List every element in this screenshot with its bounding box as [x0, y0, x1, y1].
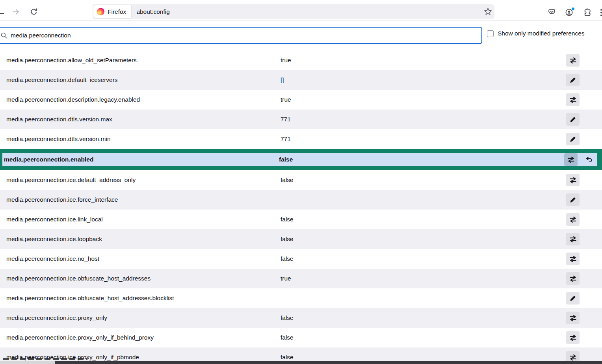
pref-value: false	[279, 156, 564, 163]
pref-value: []	[281, 76, 566, 84]
pref-row[interactable]: media.peerconnection.ice.obfuscate_host_…	[0, 288, 602, 308]
edit-button[interactable]	[566, 133, 580, 145]
pref-row[interactable]: media.peerconnection.ice.default_address…	[0, 170, 602, 190]
tab-strip	[0, 0, 602, 3]
pref-name: media.peerconnection.dtls.version.min	[0, 136, 281, 143]
menu-icon[interactable]	[600, 9, 602, 16]
pref-actions	[564, 153, 597, 166]
identity-chip[interactable]: Firefox	[93, 5, 131, 18]
browser-toolbar: Firefox about:config	[0, 3, 602, 20]
toggle-button[interactable]	[566, 331, 580, 344]
pref-row[interactable]: media.peerconnection.ice.loopback false	[0, 229, 602, 249]
pocket-icon[interactable]	[548, 8, 556, 17]
toggle-button[interactable]	[566, 54, 580, 67]
firefox-logo-icon	[97, 8, 104, 15]
notification-dot	[571, 7, 575, 11]
pref-actions	[566, 54, 602, 67]
pref-row[interactable]: media.peerconnection.dtls.version.max 77…	[0, 110, 602, 129]
pref-name: media.peerconnection.default_iceservers	[0, 76, 281, 84]
pref-value: false	[281, 334, 566, 341]
pref-value: false	[281, 236, 566, 243]
toggle-button[interactable]	[564, 153, 578, 166]
pref-actions	[566, 272, 602, 285]
pref-row[interactable]: media.peerconnection.dtls.version.min 77…	[0, 129, 602, 149]
pref-value: 771	[281, 136, 566, 143]
edit-button[interactable]	[566, 292, 580, 305]
pref-actions	[566, 193, 602, 206]
pref-actions	[566, 233, 602, 245]
clipped-text-fragment	[3, 358, 87, 360]
toggle-button[interactable]	[566, 213, 580, 226]
edit-button[interactable]	[566, 74, 580, 86]
pref-name: media.peerconnection.ice.force_interface	[0, 196, 281, 203]
toggle-button[interactable]	[566, 93, 580, 106]
pref-name: media.peerconnection.ice.default_address…	[0, 176, 281, 184]
pref-row[interactable]: media.peerconnection.ice.force_interface	[0, 190, 602, 210]
pref-name: media.peerconnection.enabled	[2, 156, 279, 163]
search-query-text: media.peerconnection	[11, 32, 71, 39]
pref-name: media.peerconnection.ice.obfuscate_host_…	[0, 295, 281, 302]
pref-actions	[566, 133, 602, 145]
pref-row[interactable]: media.peerconnection.description.legacy.…	[0, 90, 602, 110]
pref-value: false	[281, 314, 566, 321]
pref-value: true	[281, 96, 566, 103]
back-icon[interactable]	[0, 13, 4, 14]
edit-button[interactable]	[566, 193, 580, 206]
pref-name: media.peerconnection.dtls.version.max	[0, 116, 281, 123]
toggle-button[interactable]	[566, 253, 580, 265]
bookmark-star-icon[interactable]	[484, 7, 492, 16]
pref-row[interactable]: media.peerconnection.ice.no_host false	[0, 249, 602, 269]
toggle-button[interactable]	[566, 233, 580, 245]
pref-value: false	[281, 216, 566, 223]
forward-icon[interactable]	[12, 8, 20, 16]
extensions-puzzle-icon[interactable]	[583, 8, 592, 17]
tab-separator	[86, 0, 86, 3]
show-modified-filter[interactable]: Show only modified preferences	[487, 30, 602, 37]
revert-button[interactable]	[582, 153, 596, 166]
pref-value: 771	[281, 116, 566, 123]
edit-button[interactable]	[566, 113, 580, 126]
pref-row[interactable]: media.peerconnection.allow_old_setParame…	[0, 50, 602, 70]
show-modified-checkbox[interactable]	[487, 30, 494, 37]
show-modified-label: Show only modified preferences	[498, 30, 585, 37]
pref-name: media.peerconnection.description.legacy.…	[0, 96, 281, 103]
pref-row[interactable]: media.peerconnection.ice.proxy_only fals…	[0, 308, 602, 328]
pref-actions	[566, 174, 602, 186]
pref-name: media.peerconnection.ice.proxy_only	[0, 314, 281, 321]
pref-value: false	[281, 176, 566, 184]
toggle-button[interactable]	[566, 174, 580, 186]
pref-row-selected[interactable]: media.peerconnection.enabled false	[0, 149, 602, 170]
pref-row[interactable]: media.peerconnection.ice.link_local fals…	[0, 210, 602, 229]
identity-chip-label: Firefox	[108, 8, 126, 15]
toggle-button[interactable]	[566, 272, 580, 285]
pref-actions	[566, 113, 602, 126]
url-bar[interactable]: Firefox about:config	[93, 4, 494, 19]
pref-actions	[566, 292, 602, 305]
pref-value: true	[281, 57, 566, 64]
pref-name: media.peerconnection.ice.loopback	[0, 236, 281, 243]
pref-actions	[566, 312, 602, 324]
pref-value: false	[281, 255, 566, 262]
pref-actions	[566, 93, 602, 106]
pref-row[interactable]: media.peerconnection.ice.obfuscate_host_…	[0, 269, 602, 288]
pref-actions	[566, 253, 602, 265]
config-search-row: media.peerconnection Show only modified …	[0, 20, 602, 50]
pref-actions	[566, 74, 602, 86]
text-caret	[72, 31, 72, 40]
preference-table: media.peerconnection.allow_old_setParame…	[0, 50, 602, 364]
url-text[interactable]: about:config	[136, 8, 169, 15]
reload-icon[interactable]	[30, 8, 38, 16]
pref-name: media.peerconnection.allow_old_setParame…	[0, 57, 281, 64]
horizontal-scrollbar-thumb[interactable]	[55, 361, 602, 364]
pref-name: media.peerconnection.ice.proxy_only_if_b…	[0, 334, 281, 341]
pref-value: true	[281, 275, 566, 282]
search-icon	[1, 32, 7, 39]
pref-row[interactable]: media.peerconnection.default_iceservers …	[0, 70, 602, 90]
pref-name: media.peerconnection.ice.obfuscate_host_…	[0, 275, 281, 282]
toggle-button[interactable]	[566, 312, 580, 324]
pref-search-input[interactable]: media.peerconnection	[0, 27, 482, 44]
pref-row[interactable]: media.peerconnection.ice.proxy_only_if_b…	[0, 328, 602, 347]
pref-actions	[566, 213, 602, 226]
pref-name: media.peerconnection.ice.link_local	[0, 216, 281, 223]
pref-value: false	[281, 354, 566, 361]
